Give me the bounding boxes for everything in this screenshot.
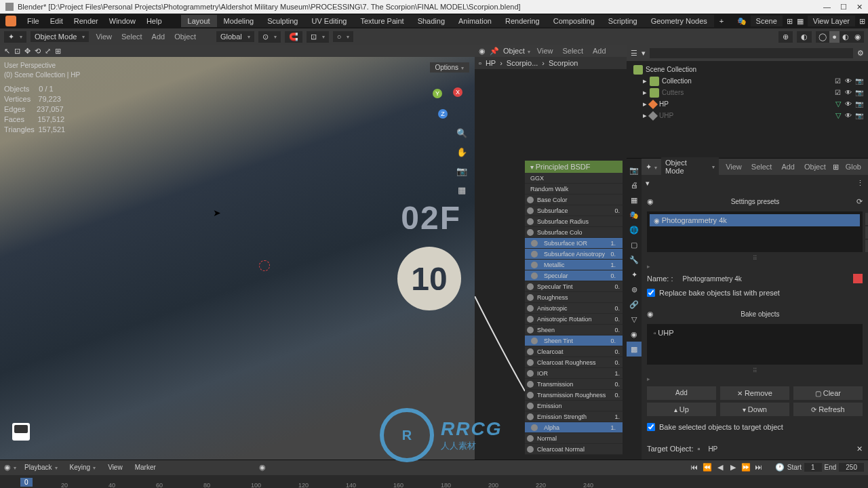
replace-checkbox[interactable] xyxy=(647,289,655,297)
shading-rendered[interactable]: ◉ xyxy=(852,31,864,43)
socket-dot-icon[interactable] xyxy=(527,446,534,453)
shading-solid[interactable]: ● xyxy=(829,31,840,43)
timeline-marker[interactable]: Marker xyxy=(131,464,160,471)
keyframe-prev-icon[interactable]: ⏪ xyxy=(702,463,713,472)
shading-material[interactable]: ◐ xyxy=(840,31,852,43)
menu-help[interactable]: Help xyxy=(141,17,167,25)
node-editor[interactable]: ◉ 📌 Object View Select Add ▫ HP› Scorpio… xyxy=(475,45,627,460)
tab-compositing[interactable]: Compositing xyxy=(547,15,601,27)
socket-dot-icon[interactable] xyxy=(531,251,538,258)
disable-toggle[interactable]: 📷 xyxy=(854,77,864,85)
end-value[interactable]: 250 xyxy=(839,463,864,472)
proportional-edit[interactable]: ○ xyxy=(333,31,354,42)
node-socket-row[interactable]: Subsurface IOR1. xyxy=(525,238,623,249)
preset-add-icon[interactable]: ⟳ xyxy=(865,213,868,225)
maximize-button[interactable]: ☐ xyxy=(840,3,847,12)
socket-value[interactable]: 1. xyxy=(610,424,618,431)
scale-tool-icon[interactable]: ⤢ xyxy=(45,47,51,56)
props-add[interactable]: Add xyxy=(778,163,797,171)
socket-dot-icon[interactable] xyxy=(527,207,534,214)
pivot-select[interactable]: ⊙ xyxy=(258,31,281,43)
node-socket-row[interactable]: Sheen Tint0. xyxy=(525,336,623,346)
gizmo-z-axis[interactable]: Z xyxy=(438,109,448,119)
socket-dot-icon[interactable] xyxy=(527,348,534,355)
outliner-uhp[interactable]: ▸UHP▽👁📷 xyxy=(631,110,864,121)
viewlayer-field[interactable]: View Layer xyxy=(808,16,855,26)
props-glob[interactable]: Glob xyxy=(843,163,864,171)
props-view[interactable]: View xyxy=(723,163,745,171)
socket-dot-icon[interactable] xyxy=(531,240,538,247)
socket-value[interactable]: 0. xyxy=(614,207,623,214)
props-search-input[interactable] xyxy=(650,178,856,188)
preset-name-input[interactable] xyxy=(679,273,848,285)
scene-name-field[interactable]: Scene xyxy=(751,16,783,26)
node-socket-row[interactable]: Alpha1. xyxy=(525,422,623,433)
node-socket-row[interactable]: Anisotropic0. xyxy=(525,303,623,314)
timeline-editor-icon[interactable]: ◉ xyxy=(4,463,16,472)
socket-value[interactable]: 0. xyxy=(614,359,623,366)
props-mode[interactable]: Object Mode xyxy=(661,157,719,176)
disable-toggle[interactable]: 📷 xyxy=(854,112,864,119)
preset-check-icon[interactable]: ✓ xyxy=(865,226,868,239)
minimize-button[interactable]: — xyxy=(823,3,831,12)
xray-toggle[interactable]: ◐ xyxy=(797,31,812,43)
tab-sculpting[interactable]: Sculpting xyxy=(260,15,304,27)
socket-dot-icon[interactable] xyxy=(527,381,534,388)
socket-value[interactable]: 0. xyxy=(614,327,623,333)
add-button[interactable]: Add xyxy=(647,386,716,400)
play-icon[interactable]: ▶ xyxy=(728,463,738,472)
socket-dot-icon[interactable] xyxy=(527,316,534,323)
menu-edit[interactable]: Edit xyxy=(45,17,68,25)
tab-scripting[interactable]: Scripting xyxy=(601,15,644,27)
tab-layout[interactable]: Layout xyxy=(181,15,217,27)
props-transform-icon[interactable]: ⊞ xyxy=(833,163,839,171)
outliner-hp[interactable]: ▸HP▽👁📷 xyxy=(631,98,864,110)
start-value[interactable]: 1 xyxy=(804,463,822,472)
socket-value[interactable]: 0. xyxy=(610,251,618,258)
perspective-icon[interactable]: ▦ xyxy=(456,185,468,196)
prop-tab-data[interactable]: ▽ xyxy=(627,312,642,327)
node-socket-row[interactable]: Subsurface Radius xyxy=(525,216,623,227)
socket-dot-icon[interactable] xyxy=(527,435,534,442)
hide-toggle[interactable]: 👁 xyxy=(844,100,853,108)
prop-tab-viewlayer[interactable]: ▦ xyxy=(627,192,642,207)
node-socket-row[interactable]: Normal xyxy=(525,433,623,444)
prop-tab-texture[interactable]: ▩ xyxy=(627,342,642,357)
camera-icon[interactable]: 📷 xyxy=(456,166,468,177)
node-socket-row[interactable]: Subsurface0. xyxy=(525,205,623,216)
node-socket-row[interactable]: Clearcoat Roughness0. xyxy=(525,357,623,368)
node-menu-view[interactable]: View xyxy=(534,47,556,55)
disable-toggle[interactable]: 📷 xyxy=(854,100,864,108)
gizmo-y-axis[interactable]: Y xyxy=(433,89,442,98)
color-swatch[interactable] xyxy=(853,274,863,283)
socket-dot-icon[interactable] xyxy=(527,229,534,236)
target-clear-icon[interactable]: ✕ xyxy=(856,445,863,453)
node-socket-row[interactable]: Specular0. xyxy=(525,270,623,281)
menu-render[interactable]: Render xyxy=(68,17,104,25)
jump-start-icon[interactable]: ⏮ xyxy=(689,463,700,472)
socket-dot-icon[interactable] xyxy=(527,370,534,377)
props-select[interactable]: Select xyxy=(749,163,775,171)
node-socket-row[interactable]: Clearcoat Normal xyxy=(525,444,623,455)
exclude-toggle[interactable]: ☑ xyxy=(833,89,842,96)
playback-menu[interactable]: Playback xyxy=(20,464,62,471)
window-controls[interactable]: — ☐ ✕ xyxy=(823,3,863,12)
eyedropper-icon[interactable]: ▫ xyxy=(697,445,700,453)
hide-toggle[interactable]: 👁 xyxy=(844,77,853,85)
autokey-toggle[interactable]: ◉ xyxy=(259,463,266,472)
socket-dot-icon[interactable] xyxy=(531,338,538,344)
bake-object-item[interactable]: ▫ UHP xyxy=(650,327,860,339)
node-socket-row[interactable]: Subsurface Colo xyxy=(525,227,623,238)
tool-menu-add[interactable]: Add xyxy=(149,33,168,41)
tab-rendering[interactable]: Rendering xyxy=(498,15,547,27)
tool-menu-select[interactable]: Select xyxy=(119,33,145,41)
expand-icon[interactable]: ▸ xyxy=(647,262,863,271)
tab-texturepaint[interactable]: Texture Paint xyxy=(353,15,410,27)
menu-window[interactable]: Window xyxy=(104,17,141,25)
display-mode-icon[interactable]: ▾ xyxy=(642,49,646,58)
socket-dot-icon[interactable] xyxy=(527,327,534,333)
scene-browse-icon[interactable]: ⊞ xyxy=(787,17,793,26)
socket-dot-icon[interactable] xyxy=(527,403,534,409)
node-ggx[interactable]: GGX xyxy=(525,173,623,184)
socket-dot-icon[interactable] xyxy=(527,305,534,312)
